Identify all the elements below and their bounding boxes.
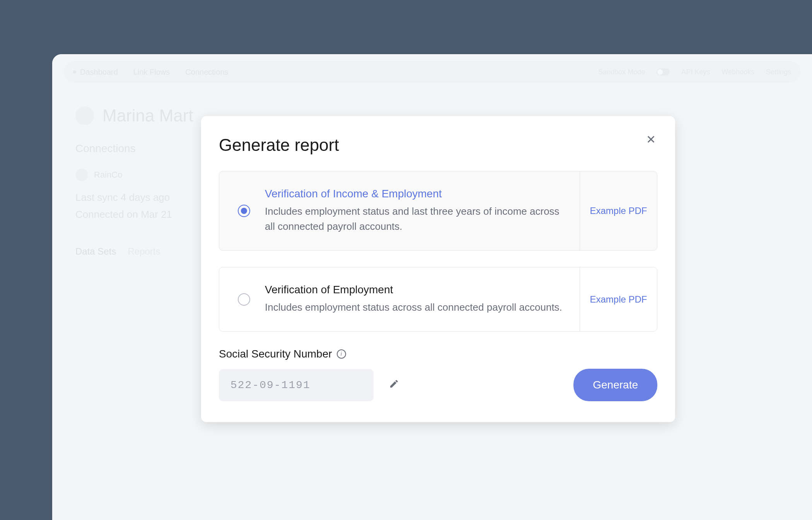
ssn-input-row: Generate	[219, 369, 657, 401]
ssn-section: Social Security Number i Generate	[219, 348, 657, 401]
example-pdf-link[interactable]: Example PDF	[590, 205, 647, 216]
option-side: Example PDF	[580, 267, 657, 331]
modal-title: Generate report	[219, 135, 339, 155]
ssn-label-row: Social Security Number i	[219, 348, 657, 360]
generate-button[interactable]: Generate	[573, 369, 657, 401]
option-text: Verification of Income & Employment Incl…	[265, 188, 564, 234]
ssn-label: Social Security Number	[219, 348, 332, 360]
radio-selected-icon[interactable]	[238, 205, 250, 217]
example-pdf-link[interactable]: Example PDF	[590, 294, 647, 305]
option-main: Verification of Income & Employment Incl…	[219, 171, 580, 250]
option-income-employment[interactable]: Verification of Income & Employment Incl…	[219, 171, 657, 251]
close-icon[interactable]: ✕	[645, 132, 657, 147]
edit-icon[interactable]	[389, 379, 399, 392]
info-icon[interactable]: i	[337, 349, 346, 359]
option-main: Verification of Employment Includes empl…	[219, 267, 580, 331]
modal-header: Generate report ✕	[219, 135, 657, 155]
option-employment[interactable]: Verification of Employment Includes empl…	[219, 267, 657, 332]
option-side: Example PDF	[580, 171, 657, 250]
modal-overlay: Generate report ✕ Verification of Income…	[52, 54, 812, 520]
option-text: Verification of Employment Includes empl…	[265, 284, 564, 315]
option-desc: Includes employment status across all co…	[265, 300, 564, 315]
ssn-input[interactable]	[219, 369, 374, 401]
option-title: Verification of Employment	[265, 284, 564, 296]
option-desc: Includes employment status and last thre…	[265, 204, 564, 234]
option-title: Verification of Income & Employment	[265, 188, 564, 200]
radio-unselected-icon[interactable]	[238, 293, 250, 306]
generate-report-modal: Generate report ✕ Verification of Income…	[201, 116, 675, 422]
